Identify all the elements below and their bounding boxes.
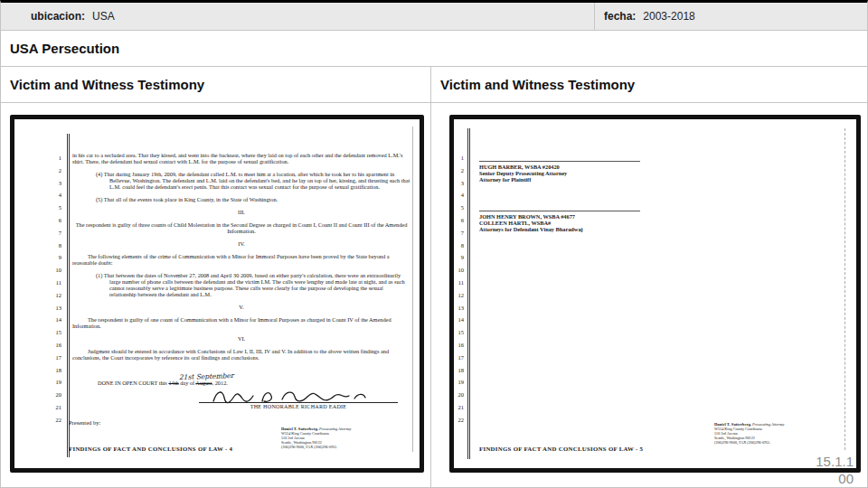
right-document-page: 12345678910111213141516171819202122 HUGH… (454, 119, 856, 468)
line-number: 22 (47, 414, 61, 427)
done-in-open-court-line: DONE IN OPEN COURT this 14th day of Augu… (98, 380, 410, 386)
right-column-heading: Victim and Witness Testimony (431, 67, 867, 102)
line-number: 2 (47, 164, 61, 177)
prosecutor-address-block: Daniel T. Satterberg, Prosecuting Attorn… (714, 423, 859, 446)
judge-signature-block: THE HONORABLE RICHARD EADIE (199, 388, 398, 409)
handwritten-date-correction: 21st September (179, 372, 234, 380)
right-margin-rule (844, 128, 845, 450)
line-number: 3 (47, 177, 61, 190)
location-label: ubicacion: (31, 10, 85, 23)
plaintiff-attorney-name: HUGH BARBER, WSBA #20420 (479, 164, 669, 170)
line-number: 16 (47, 339, 61, 352)
right-document-frame: 12345678910111213141516171819202122 HUGH… (449, 115, 861, 473)
line-number: 17 (452, 352, 464, 364)
line-number: 21 (47, 401, 61, 414)
location-cell: ubicacion: USA (1, 3, 595, 30)
finding-item-1: (1) That between the dates of November 2… (72, 272, 410, 297)
date-value: 2003-2018 (643, 10, 694, 23)
line-number: 8 (452, 239, 464, 252)
line-number: 11 (452, 277, 464, 289)
line-number: 17 (47, 352, 61, 364)
line-number: 4 (452, 189, 464, 202)
section-heading-iii: III. (72, 209, 410, 215)
document-footer-title: FINDINGS OF FACT AND CONCLUSIONS OF LAW … (479, 446, 643, 452)
plaintiff-attorney-title: Senior Deputy Prosecuting Attorney (479, 170, 669, 176)
defense-attorneys-block: JOHN HENRY BROWN, WSBA #4677 COLLEEN HAR… (479, 211, 669, 232)
pleading-double-rule (67, 134, 70, 457)
line-number: 20 (47, 389, 61, 401)
line-number: 12 (47, 289, 61, 302)
finding-item-5: (5) That all of the events took place in… (72, 196, 410, 202)
conclusion-iii: The respondent is guilty of three counts… (72, 221, 410, 234)
line-number: 15 (47, 326, 61, 339)
slide-subcode: 00 (838, 471, 854, 486)
line-number: 16 (452, 339, 464, 352)
signature-line (479, 161, 640, 162)
line-number: 14 (47, 314, 61, 326)
line-number: 21 (452, 401, 464, 414)
slide-code: 15.1.1 (816, 454, 854, 469)
line-number: 6 (47, 214, 61, 227)
line-number: 3 (452, 177, 464, 190)
signature-line (479, 211, 640, 211)
line-number: 1 (47, 152, 61, 164)
conclusion-iv: The following elements of the crime of C… (72, 253, 410, 266)
plaintiff-attorney-block: HUGH BARBER, WSBA #20420 Senior Deputy P… (479, 161, 669, 183)
court-signature-section: 21st September DONE IN OPEN COURT this 1… (72, 373, 410, 409)
date-cell: fecha: 2003-2018 (595, 3, 867, 30)
section-heading-vi: VI. (72, 335, 410, 342)
plaintiff-attorney-role: Attorney for Plaintiff (479, 176, 669, 183)
left-document-page: 12345678910111213141516171819202122 in h… (14, 119, 420, 468)
slide: ubicacion: USA fecha: 2003-2018 USA Pers… (0, 0, 868, 488)
line-number: 9 (452, 251, 464, 264)
line-number: 7 (452, 227, 464, 239)
left-column-heading: Victim and Witness Testimony (1, 67, 431, 102)
left-document-body: in his car to a secluded area. That they… (72, 152, 410, 367)
document-footer-title: FINDINGS OF FACT AND CONCLUSIONS OF LAW … (69, 446, 232, 452)
judge-name: THE HONORABLE RICHARD EADIE (199, 403, 398, 409)
prosecutor-address-block: Daniel T. Satterberg, Prosecuting Attorn… (281, 427, 426, 450)
presented-by: Presented by: (69, 419, 100, 426)
line-number: 6 (452, 214, 464, 227)
defense-attorneys-role: Attorneys for Defendant Vinay Bharadwaj (479, 226, 669, 232)
line-number: 14 (452, 314, 464, 326)
line-number: 7 (47, 227, 61, 239)
defense-attorney-name-1: JOHN HENRY BROWN, WSBA #4677 (479, 213, 669, 220)
left-document-frame: 12345678910111213141516171819202122 in h… (10, 115, 424, 473)
conclusion-v: The respondent is guilty of one count of… (72, 316, 410, 329)
defense-attorney-name-2: COLLEEN HARTL, WSBA# (479, 220, 669, 226)
line-number: 12 (452, 289, 464, 302)
line-number: 22 (452, 414, 464, 427)
line-number: 9 (47, 251, 61, 264)
line-number: 5 (452, 202, 464, 214)
line-number: 18 (47, 364, 61, 377)
line-number: 10 (47, 264, 61, 277)
right-margin-rule (412, 127, 413, 452)
line-number: 1 (452, 152, 464, 164)
date-label: fecha: (604, 10, 636, 23)
right-document-cell: 12345678910111213141516171819202122 HUGH… (431, 103, 867, 487)
finding-item-4: (4) That during January 19th, 2009, the … (72, 171, 410, 190)
conclusion-vi: Judgment should be entered in accordance… (72, 348, 410, 361)
line-number: 4 (47, 189, 61, 202)
section-heading-v: V. (72, 304, 410, 310)
line-number: 19 (47, 376, 61, 389)
line-number-column: 12345678910111213141516171819202122 (452, 152, 464, 427)
left-document-cell: 12345678910111213141516171819202122 in h… (1, 103, 431, 487)
metadata-header: ubicacion: USA fecha: 2003-2018 (1, 3, 867, 31)
location-value: USA (92, 10, 115, 23)
line-number: 19 (452, 376, 464, 389)
line-number: 5 (47, 202, 61, 214)
line-number: 8 (47, 239, 61, 252)
paragraph-continuation: in his car to a secluded area. That they… (72, 152, 410, 164)
struck-day: 14th (168, 380, 178, 386)
line-number: 2 (452, 164, 464, 177)
line-number: 15 (452, 326, 464, 339)
line-number: 20 (452, 389, 464, 401)
line-number: 10 (452, 264, 464, 277)
line-number-column: 12345678910111213141516171819202122 (47, 152, 61, 427)
line-number: 13 (47, 302, 61, 314)
content-area: 12345678910111213141516171819202122 in h… (1, 103, 867, 487)
section-heading-iv: IV. (72, 240, 410, 247)
line-number: 11 (47, 277, 61, 289)
